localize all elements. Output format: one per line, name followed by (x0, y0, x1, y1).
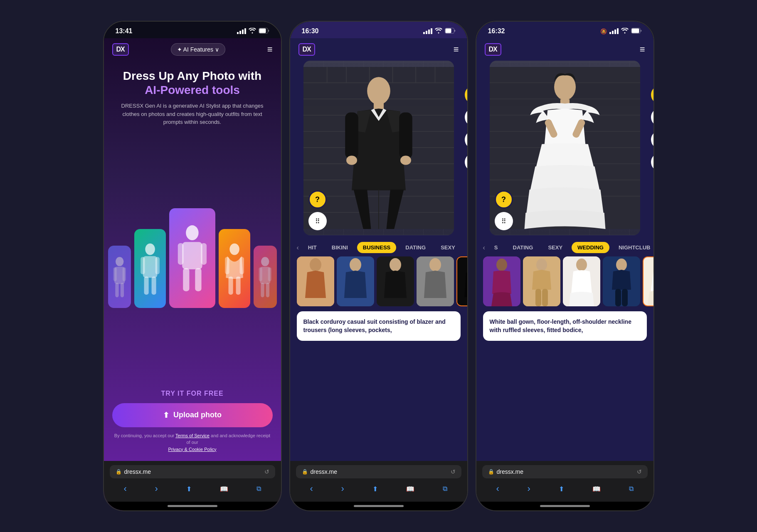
back-button-3[interactable]: ‹ (496, 483, 499, 494)
reload-icon[interactable]: ↺ (264, 468, 269, 475)
browser-nav-2: ‹ › ⬆ 📖 ⧉ (296, 478, 461, 498)
reload-icon-3[interactable]: ↺ (637, 468, 642, 475)
mail-button-3[interactable]: ✉ (651, 108, 653, 126)
terms-text: By continuing, you accept our Terms of S… (112, 432, 273, 453)
share-button-2[interactable]: ⬆ (372, 485, 378, 493)
outfit-thumb-3-4[interactable] (603, 256, 640, 306)
outfit-thumb-4[interactable] (417, 256, 454, 306)
style-business[interactable]: BUSINESS (357, 242, 396, 253)
browser-bar-3: 🔒 dressx.me ↺ ‹ › ⬆ 📖 ⧉ (476, 461, 653, 502)
svg-rect-45 (346, 67, 347, 83)
share-button-float-3[interactable]: ↪ (651, 153, 653, 171)
url-text-3: dressx.me (497, 468, 524, 475)
hero-title-white: Dress Up Any Photo with (123, 69, 261, 82)
try-for-free-label: TRY IT FOR FREE (112, 390, 273, 397)
question-button-3[interactable]: ? (495, 190, 513, 209)
scroll-area-3[interactable]: ? ⠿ + ✉ ⬇ ↪ ‹ S DATING SEXY WEDDING (476, 61, 653, 461)
svg-rect-4 (113, 267, 116, 281)
add-button-3[interactable]: + (651, 86, 653, 104)
prev-category-3[interactable]: ‹ (483, 244, 485, 251)
tabs-button-2[interactable]: ⧉ (443, 485, 447, 493)
phone-3: 16:32 🔕 DX ≡ (476, 21, 654, 511)
style-sexy[interactable]: SEXY (435, 242, 461, 253)
home-bar-3 (540, 505, 590, 507)
download-button-2[interactable]: ⬇ (465, 131, 467, 149)
outfit-thumb-1[interactable] (297, 256, 334, 306)
tabs-button-1[interactable]: ⧉ (256, 485, 261, 493)
cta-section: TRY IT FOR FREE ⬆ Upload photo By contin… (104, 386, 281, 461)
back-button-2[interactable]: ‹ (310, 483, 313, 494)
hamburger-menu-1[interactable]: ≡ (267, 44, 273, 55)
style-hit[interactable]: HIT (302, 242, 323, 253)
share-button-float-2[interactable]: ↪ (465, 153, 467, 171)
style-dating-3[interactable]: DATING (507, 242, 539, 253)
hero-title-purple: AI-Powered tools (145, 84, 240, 96)
home-indicator-2 (290, 502, 467, 510)
hamburger-menu-2[interactable]: ≡ (454, 44, 459, 55)
url-bar-1[interactable]: 🔒 dressx.me ↺ (110, 465, 275, 478)
upload-icon: ⬆ (163, 411, 169, 420)
svg-point-14 (186, 225, 198, 240)
browser-bar-1: 🔒 dressx.me ↺ ‹ › ⬆ 📖 ⧉ (104, 461, 281, 502)
forward-button-3[interactable]: › (528, 483, 530, 494)
bottom-left-buttons-3: ? ⠿ (495, 190, 513, 230)
outfit-thumb-3-3[interactable] (563, 256, 600, 306)
add-button-2[interactable]: + (465, 86, 467, 104)
svg-point-83 (496, 259, 507, 271)
mail-button-2[interactable]: ✉ (465, 108, 467, 126)
style-dating[interactable]: DATING (399, 242, 432, 253)
hamburger-menu-3[interactable]: ≡ (640, 44, 645, 55)
bookmarks-button-3[interactable]: 📖 (592, 485, 601, 493)
back-button-1[interactable]: ‹ (123, 483, 126, 494)
description-card-2: Black corduroy casual suit consisting of… (297, 311, 461, 341)
grid-button-3[interactable]: ⠿ (495, 212, 513, 230)
outfit-thumb-3-2[interactable] (523, 256, 560, 306)
outfit-thumb-3[interactable] (377, 256, 414, 306)
forward-button-1[interactable]: › (155, 483, 158, 494)
prev-category-2[interactable]: ‹ (297, 244, 299, 251)
outfit-thumb-2[interactable] (337, 256, 374, 306)
terms-link[interactable]: Terms of Service (175, 433, 210, 438)
question-button-2[interactable]: ? (308, 190, 327, 209)
svg-point-8 (145, 243, 155, 255)
privacy-link[interactable]: Privacy & Cookie Policy (168, 447, 216, 452)
dx-logo-1: DX (112, 43, 129, 56)
svg-rect-24 (236, 276, 240, 295)
lock-icon: 🔒 (116, 469, 122, 475)
bookmarks-button-2[interactable]: 📖 (406, 485, 414, 493)
outfit-thumb-3-5[interactable] (643, 256, 653, 306)
image-wrapper-3: ? ⠿ + ✉ ⬇ ↪ (483, 61, 647, 235)
style-sexy-3[interactable]: SEXY (542, 242, 568, 253)
grid-button-2[interactable]: ⠿ (308, 212, 327, 230)
svg-rect-30 (266, 283, 269, 297)
tabs-button-3[interactable]: ⧉ (629, 485, 634, 493)
svg-rect-86 (535, 289, 541, 306)
svg-point-55 (400, 156, 411, 165)
lock-icon-2: 🔒 (302, 469, 308, 475)
outfit-thumb-5[interactable] (456, 256, 467, 306)
share-button-3[interactable]: ⬆ (559, 485, 564, 493)
browser-bar-2: 🔒 dressx.me ↺ ‹ › ⬆ 📖 ⧉ (290, 461, 467, 502)
forward-button-2[interactable]: › (341, 483, 344, 494)
fashion-image-2: ? ⠿ (303, 61, 454, 235)
home-bar-2 (354, 505, 404, 507)
style-nightclub[interactable]: NIGHTCLUB (613, 242, 653, 253)
style-bikini[interactable]: BIKINI (326, 242, 354, 253)
share-button-1[interactable]: ⬆ (186, 485, 192, 493)
time-2: 16:30 (302, 27, 319, 35)
style-wedding-3[interactable]: WEDDING (572, 242, 609, 253)
style-s[interactable]: S (488, 242, 504, 253)
navbar-3: DX ≡ (476, 38, 653, 61)
ai-features-button[interactable]: ✦ AI Features ∨ (171, 43, 225, 56)
download-button-3[interactable]: ⬇ (651, 131, 653, 149)
outfit-thumb-3-1[interactable] (483, 256, 520, 306)
upload-photo-button[interactable]: ⬆ Upload photo (112, 403, 273, 427)
url-bar-3[interactable]: 🔒 dressx.me ↺ (482, 465, 648, 478)
svg-rect-44 (326, 67, 327, 83)
bookmarks-button-1[interactable]: 📖 (220, 485, 228, 493)
url-bar-2[interactable]: 🔒 dressx.me ↺ (296, 465, 461, 478)
style-wedding[interactable]: WEDDING (464, 242, 467, 253)
reload-icon-2[interactable]: ↺ (451, 468, 456, 475)
svg-rect-53 (399, 113, 412, 159)
scroll-area-2[interactable]: ? ⠿ + ✉ ⬇ ↪ ‹ HIT BIKINI BUSINESS DATIN (290, 61, 467, 461)
